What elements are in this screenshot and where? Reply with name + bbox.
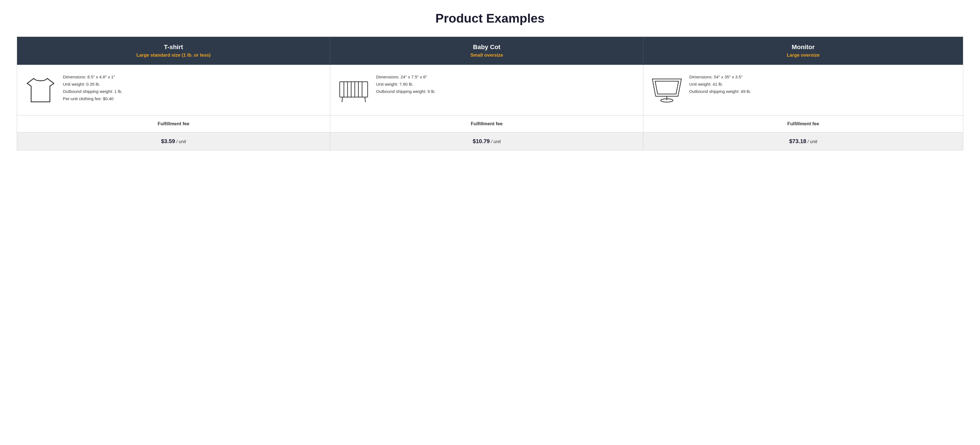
monitor-details: Dimensions: 54" x 35" x 3.5" Unit weight… bbox=[689, 73, 751, 95]
tshirt-fee-label: Fulfillment fee bbox=[17, 116, 330, 133]
tshirt-size: Large standard size (1 lb. or less) bbox=[22, 52, 325, 58]
babycot-product-cell: Dimensions: 24" x 7.5" x 6" Unit weight:… bbox=[337, 73, 636, 107]
tshirt-outbound: Outbound shipping weight: 1 lb. bbox=[63, 89, 123, 94]
monitor-outbound: Outbound shipping weight: 49 lb. bbox=[689, 89, 751, 94]
header-cell-babycot: Baby Cot Small oversize bbox=[330, 37, 643, 65]
babycot-name: Baby Cot bbox=[336, 44, 638, 51]
tshirt-product-cell: Dimensions: 8.5" x 4.8" x 1" Unit weight… bbox=[24, 73, 323, 107]
monitor-fee-label: Fulfillment fee bbox=[643, 116, 963, 133]
header-cell-monitor: Monitor Large oversize bbox=[643, 37, 963, 65]
babycot-size: Small oversize bbox=[336, 52, 638, 58]
header-row: T-shirt Large standard size (1 lb. or le… bbox=[17, 37, 963, 65]
monitor-icon bbox=[650, 73, 684, 107]
tshirt-dimensions: Dimensions: 8.5" x 4.8" x 1" bbox=[63, 74, 115, 79]
monitor-fee-unit: / unit bbox=[808, 139, 818, 144]
details-row: Dimensions: 8.5" x 4.8" x 1" Unit weight… bbox=[17, 65, 963, 116]
tshirt-fee-amount: $3.59 bbox=[161, 138, 175, 144]
monitor-product-cell: Dimensions: 54" x 35" x 3.5" Unit weight… bbox=[650, 73, 956, 107]
monitor-size: Large oversize bbox=[649, 52, 958, 58]
monitor-weight: Unit weight: 41 lb. bbox=[689, 82, 723, 87]
monitor-details-cell: Dimensions: 54" x 35" x 3.5" Unit weight… bbox=[643, 65, 963, 116]
fee-value-row: $3.59 / unit $10.79 / unit $73.18 / unit bbox=[17, 133, 963, 150]
tshirt-details-cell: Dimensions: 8.5" x 4.8" x 1" Unit weight… bbox=[17, 65, 330, 116]
babycot-icon bbox=[337, 73, 371, 107]
tshirt-name: T-shirt bbox=[22, 44, 325, 51]
tshirt-weight: Unit weight: 0.35 lb. bbox=[63, 82, 100, 87]
monitor-fee-value-cell: $73.18 / unit bbox=[643, 133, 963, 150]
fee-label-row: Fulfillment fee Fulfillment fee Fulfillm… bbox=[17, 116, 963, 133]
tshirt-icon bbox=[24, 73, 57, 107]
babycot-fee-label: Fulfillment fee bbox=[330, 116, 643, 133]
babycot-dimensions: Dimensions: 24" x 7.5" x 6" bbox=[376, 74, 427, 79]
svg-line-8 bbox=[365, 97, 365, 102]
babycot-outbound: Outbound shipping weight: 9 lb. bbox=[376, 89, 436, 94]
tshirt-fee-value-cell: $3.59 / unit bbox=[17, 133, 330, 150]
tshirt-fee-unit: / unit bbox=[176, 139, 186, 144]
tshirt-details: Dimensions: 8.5" x 4.8" x 1" Unit weight… bbox=[63, 73, 123, 102]
babycot-details: Dimensions: 24" x 7.5" x 6" Unit weight:… bbox=[376, 73, 436, 95]
babycot-fee-value-cell: $10.79 / unit bbox=[330, 133, 643, 150]
monitor-name: Monitor bbox=[649, 44, 958, 51]
header-cell-tshirt: T-shirt Large standard size (1 lb. or le… bbox=[17, 37, 330, 65]
svg-line-7 bbox=[342, 97, 342, 102]
monitor-fee-amount: $73.18 bbox=[789, 138, 806, 144]
babycot-fee-amount: $10.79 bbox=[473, 138, 490, 144]
monitor-dimensions: Dimensions: 54" x 35" x 3.5" bbox=[689, 74, 743, 79]
product-table: T-shirt Large standard size (1 lb. or le… bbox=[17, 36, 963, 150]
babycot-weight: Unit weight: 7.90 lb. bbox=[376, 82, 413, 87]
babycot-details-cell: Dimensions: 24" x 7.5" x 6" Unit weight:… bbox=[330, 65, 643, 116]
babycot-fee-unit: / unit bbox=[491, 139, 501, 144]
tshirt-extra-fee: Per-unit clothing fee: $0.40 bbox=[63, 96, 114, 101]
page-title: Product Examples bbox=[17, 11, 963, 25]
